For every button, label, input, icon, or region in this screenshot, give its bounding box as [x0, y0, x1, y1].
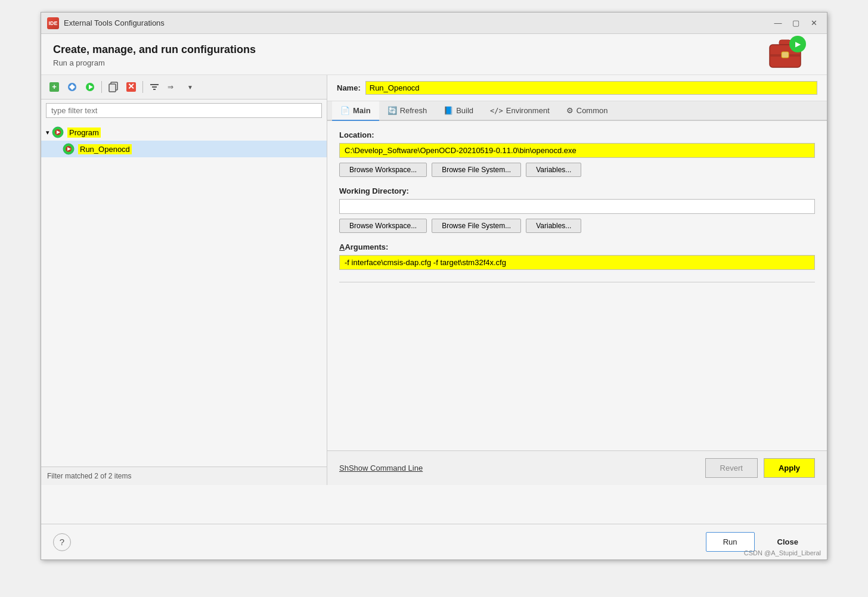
location-input[interactable]: [339, 143, 815, 158]
header-briefcase-icon: ▶: [767, 39, 809, 80]
svg-rect-16: [153, 89, 156, 90]
location-variables-button[interactable]: Variables...: [526, 163, 581, 177]
connect-button[interactable]: [64, 79, 80, 95]
workdir-browse-filesystem-button[interactable]: Browse File System...: [432, 219, 521, 233]
refresh-tab-icon: 🔄: [388, 106, 397, 115]
title-bar: IDE External Tools Configurations — ▢ ✕: [41, 13, 827, 34]
program-icon: [52, 126, 64, 138]
refresh-tab-label: Refresh: [400, 106, 427, 115]
header-subtitle: Run a program: [53, 58, 815, 67]
svg-rect-11: [109, 84, 116, 92]
arguments-input[interactable]: [339, 255, 815, 270]
window-title: External Tools Configurations: [64, 18, 771, 27]
copy-config-button[interactable]: [105, 79, 122, 95]
name-row: Name:: [327, 75, 827, 101]
tree-area: ▾ Program: [41, 122, 327, 467]
watermark: CSDN @A_Stupid_Liberal: [744, 549, 821, 556]
filter-input[interactable]: [46, 103, 322, 118]
working-dir-buttons: Browse Workspace... Browse File System..…: [339, 219, 815, 233]
svg-rect-14: [150, 84, 159, 85]
location-label: Location:: [339, 130, 815, 139]
tree-label-program: Program: [67, 128, 101, 138]
form-divider: [339, 282, 815, 282]
build-tab-icon: 📘: [444, 106, 453, 115]
main-window: IDE External Tools Configurations — ▢ ✕ …: [41, 12, 827, 560]
tabs-row: 📄 Main 🔄 Refresh 📘 Build </> Environment…: [327, 101, 827, 121]
tab-main[interactable]: 📄 Main: [332, 101, 379, 121]
common-tab-icon: ⚙: [566, 106, 574, 115]
workdir-variables-button[interactable]: Variables...: [526, 219, 581, 233]
revert-button[interactable]: Revert: [705, 458, 758, 478]
filter-config-button[interactable]: [146, 79, 163, 95]
svg-text:✕: ✕: [128, 82, 135, 91]
tab-environment[interactable]: </> Environment: [482, 101, 558, 121]
window-footer: ? Run Close: [41, 524, 827, 559]
name-label: Name:: [337, 83, 361, 92]
play-overlay-icon: ▶: [789, 36, 806, 52]
right-panel: Name: 📄 Main 🔄 Refresh 📘 Build </: [327, 75, 827, 485]
tree-label-run-openocd: Run_Openocd: [78, 144, 132, 154]
environment-tab-label: Environment: [506, 106, 550, 115]
app-icon: IDE: [47, 17, 59, 29]
toolbar-separator-1: [101, 81, 102, 93]
svg-rect-15: [152, 86, 157, 88]
filter-status: Filter matched 2 of 2 items: [41, 467, 327, 485]
tab-build[interactable]: 📘 Build: [435, 101, 482, 121]
dropdown-button[interactable]: ▼: [182, 79, 199, 95]
tree-item-program[interactable]: ▾ Program: [41, 124, 327, 141]
location-browse-workspace-button[interactable]: Browse Workspace...: [339, 163, 427, 177]
common-tab-label: Common: [576, 106, 608, 115]
tree-expand-arrow: ▾: [46, 129, 49, 136]
tab-common[interactable]: ⚙ Common: [558, 101, 616, 121]
main-tab-icon: 📄: [340, 106, 350, 115]
minimize-button[interactable]: —: [771, 18, 785, 29]
new-config-button[interactable]: +: [46, 79, 63, 95]
location-browse-filesystem-button[interactable]: Browse File System...: [432, 163, 521, 177]
footer-close-button[interactable]: Close: [761, 533, 815, 551]
svg-rect-3: [782, 52, 789, 58]
svg-text:+: +: [52, 82, 57, 91]
content-area: + ✕ ⇒: [41, 75, 827, 485]
working-dir-input[interactable]: [339, 199, 815, 214]
link-config-button[interactable]: ⇒: [164, 79, 181, 95]
working-dir-label: Working Directory:: [339, 186, 815, 195]
name-input[interactable]: [365, 81, 817, 95]
window-controls: — ▢ ✕: [771, 18, 821, 29]
main-tab-label: Main: [353, 106, 371, 115]
arguments-label: AArguments:: [339, 242, 815, 251]
run-config-button[interactable]: [82, 79, 98, 95]
location-buttons: Browse Workspace... Browse File System..…: [339, 163, 815, 177]
tab-refresh[interactable]: 🔄 Refresh: [379, 101, 436, 121]
header-title: Create, manage, and run configurations: [53, 43, 815, 56]
toolbar: + ✕ ⇒: [41, 75, 327, 100]
maximize-button[interactable]: ▢: [789, 18, 803, 29]
left-panel: + ✕ ⇒: [41, 75, 327, 485]
run-openocd-icon: [63, 143, 75, 155]
window-close-button[interactable]: ✕: [807, 18, 821, 29]
tree-item-run-openocd[interactable]: Run_Openocd: [41, 141, 327, 157]
header-area: Create, manage, and run configurations R…: [41, 34, 827, 75]
apply-button[interactable]: Apply: [764, 458, 815, 478]
toolbar-separator-2: [142, 81, 143, 93]
build-tab-label: Build: [456, 106, 473, 115]
help-button[interactable]: ?: [53, 533, 71, 551]
workdir-browse-workspace-button[interactable]: Browse Workspace...: [339, 219, 427, 233]
show-command-line-button[interactable]: ShShow Command Line: [339, 464, 423, 472]
delete-config-button[interactable]: ✕: [123, 79, 140, 95]
svg-text:⇒: ⇒: [168, 83, 173, 91]
form-area: Location: Browse Workspace... Browse Fil…: [327, 121, 827, 450]
environment-tab-icon: </>: [490, 107, 503, 115]
bottom-action-bar: ShShow Command Line Revert Apply: [327, 450, 827, 485]
